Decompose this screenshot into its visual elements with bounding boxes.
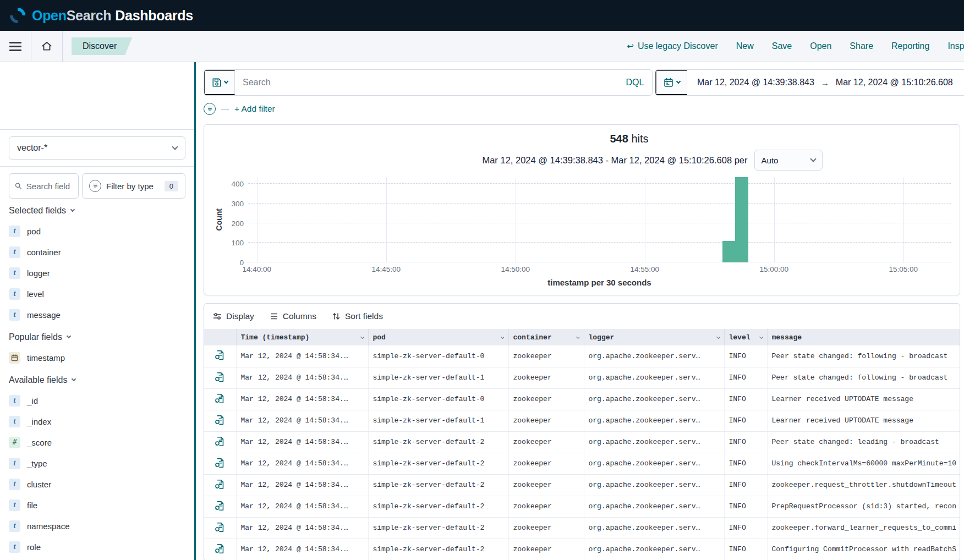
arrow-right-icon: →	[821, 78, 829, 87]
save-button[interactable]: Save	[772, 41, 792, 51]
y-tick-label: 300	[231, 200, 244, 208]
table-header-row: Time (timestamp) pod container logger le…	[204, 329, 960, 345]
column-header-level[interactable]: level	[724, 329, 767, 345]
chevron-down-icon	[810, 156, 816, 162]
section-selected-fields[interactable]: Selected fields	[9, 203, 185, 218]
cell-logger: org.apache.zookeeper.serv…	[584, 474, 724, 496]
field-item[interactable]: t # _score	[0, 432, 194, 453]
x-tick-label: 14:40:00	[242, 265, 271, 273]
section-available-fields[interactable]: Available fields	[9, 372, 185, 388]
field-name: role	[27, 542, 41, 552]
nav-bar: Discover ↩Use legacy Discover New Save O…	[0, 31, 964, 62]
plot-area[interactable]	[248, 177, 951, 262]
field-name: _id	[27, 396, 38, 405]
expand-document-button[interactable]	[211, 370, 228, 386]
filter-by-type-button[interactable]: Filter by type 0	[82, 173, 185, 199]
field-item[interactable]: t # cluster	[0, 474, 194, 495]
cell-time: Mar 12, 2024 @ 14:58:34.…	[236, 367, 368, 388]
field-item[interactable]: t # level	[0, 283, 194, 304]
field-item[interactable]: t # role	[0, 536, 194, 557]
cell-message: Learner received UPTODATE message	[767, 410, 960, 431]
hits-label: hits	[631, 133, 648, 145]
field-name: _score	[27, 438, 52, 447]
column-header-logger[interactable]: logger	[584, 329, 724, 345]
cell-expand	[204, 388, 236, 410]
table-row: Mar 12, 2024 @ 14:58:34.… simple-zk-serv…	[204, 345, 960, 367]
date-from[interactable]: Mar 12, 2024 @ 14:39:38.843	[697, 78, 814, 87]
field-item[interactable]: t # logger	[0, 262, 194, 283]
date-picker-button[interactable]	[655, 70, 687, 95]
search-input[interactable]	[235, 70, 618, 95]
field-item[interactable]: t # pod	[0, 221, 194, 241]
home-button[interactable]	[31, 31, 62, 62]
expand-document-button[interactable]	[211, 541, 228, 558]
dql-button[interactable]: DQL	[618, 70, 652, 95]
breadcrumb-discover[interactable]: Discover	[72, 37, 132, 55]
global-filter-icon[interactable]	[204, 103, 216, 115]
field-item[interactable]: t # timestamp	[0, 347, 194, 368]
cell-message: Peer state changed: following - broadcas…	[767, 345, 960, 367]
share-button[interactable]: Share	[850, 41, 873, 51]
new-button[interactable]: New	[736, 41, 754, 51]
column-header-pod[interactable]: pod	[368, 329, 508, 345]
expand-document-button[interactable]	[211, 520, 228, 536]
interval-select[interactable]: Auto	[754, 150, 823, 171]
display-button[interactable]: Display	[213, 311, 254, 321]
column-header-time[interactable]: Time (timestamp)	[236, 329, 368, 345]
menu-button[interactable]	[0, 31, 31, 62]
inspect-button[interactable]: Inspect	[947, 41, 964, 51]
section-popular-fields[interactable]: Popular fields	[9, 330, 185, 345]
filter-dash	[221, 109, 229, 109]
columns-button[interactable]: Columns	[270, 311, 316, 321]
histogram-bar[interactable]	[735, 177, 748, 262]
histogram-bar[interactable]	[722, 241, 736, 262]
expand-document-button[interactable]	[211, 391, 228, 408]
expand-document-button[interactable]	[211, 348, 228, 364]
expand-document-button[interactable]	[211, 498, 228, 515]
inspect-document-icon	[215, 522, 225, 532]
filter-count-badge: 0	[165, 181, 178, 191]
field-item[interactable]: t # _id	[0, 390, 194, 411]
field-item[interactable]: t # container	[0, 241, 194, 262]
chevron-down-icon	[576, 334, 579, 338]
sort-fields-button[interactable]: Sort fields	[332, 311, 383, 321]
x-gridline	[645, 177, 645, 262]
cell-message: Using checkIntervalMs=60000 maxPerMinute…	[767, 453, 960, 474]
expand-document-button[interactable]	[211, 455, 228, 472]
index-pattern-select[interactable]: vector-*	[9, 136, 185, 160]
field-item[interactable]: t # file	[0, 495, 194, 515]
add-filter-button[interactable]: + Add filter	[234, 104, 275, 114]
date-range[interactable]: Mar 12, 2024 @ 14:39:38.843 → Mar 12, 20…	[687, 78, 963, 87]
expand-document-button[interactable]	[211, 413, 228, 429]
query-input-group: DQL	[204, 69, 653, 96]
field-item[interactable]: t # namespace	[0, 515, 194, 536]
field-type-badge: t #	[9, 288, 20, 300]
field-name: _type	[27, 459, 47, 468]
column-header-container[interactable]: container	[508, 329, 584, 345]
use-legacy-discover-button[interactable]: ↩Use legacy Discover	[627, 41, 717, 51]
field-item[interactable]: t # message	[0, 304, 194, 325]
reporting-button[interactable]: Reporting	[891, 41, 929, 51]
app-title: OpenSearchDashboards	[32, 8, 193, 24]
cell-level: INFO	[724, 517, 767, 539]
return-arrow-icon: ↩	[627, 41, 634, 51]
expand-document-button[interactable]	[211, 434, 228, 451]
cell-message: Learner received UPTODATE message	[767, 388, 960, 410]
index-pattern-value: vector-*	[17, 143, 47, 153]
index-pattern-container: vector-*	[0, 129, 194, 167]
field-search-input[interactable]	[26, 182, 73, 191]
saved-query-button[interactable]	[204, 70, 235, 95]
open-button[interactable]: Open	[810, 41, 831, 51]
table-row: Mar 12, 2024 @ 14:58:34.… simple-zk-serv…	[204, 474, 960, 496]
column-header-message[interactable]: message	[767, 329, 960, 345]
cell-message: zookeeper.request_throttler.shutdownTime…	[767, 474, 960, 496]
histogram-chart: Count 0100200300400 14:40:0014:45:0014:5…	[213, 177, 951, 290]
y-gridline	[248, 203, 951, 204]
cell-expand	[204, 539, 236, 560]
expand-document-button[interactable]	[211, 477, 228, 493]
field-item[interactable]: t # _index	[0, 411, 194, 432]
date-to[interactable]: Mar 12, 2024 @ 15:10:26.608	[836, 78, 953, 87]
field-item[interactable]: t # _type	[0, 453, 194, 474]
field-name: timestamp	[27, 353, 65, 363]
field-name: level	[27, 289, 44, 299]
